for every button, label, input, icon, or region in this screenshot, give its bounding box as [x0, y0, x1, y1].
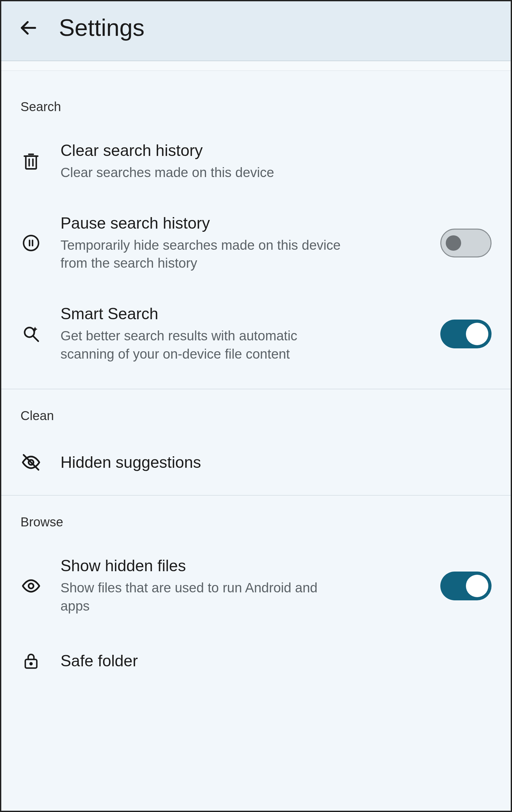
toggle-knob: [466, 323, 488, 345]
toggle-smart-search[interactable]: [440, 320, 491, 348]
row-safe-folder[interactable]: Safe folder: [1, 630, 511, 688]
section-header-search: Search: [1, 90, 511, 130]
row-clear-search-history[interactable]: Clear search history Clear searches made…: [1, 130, 511, 196]
toggle-show-hidden-files[interactable]: [440, 572, 491, 600]
svg-line-10: [33, 336, 38, 341]
section-clean: Clean Hidden suggestions: [1, 389, 511, 496]
row-text: Safe folder: [60, 651, 498, 670]
row-subtitle: Show files that are used to run Android …: [60, 579, 349, 615]
header-bar: Settings: [1, 1, 511, 61]
row-pause-search-history[interactable]: Pause search history Temporarily hide se…: [1, 196, 511, 287]
pause-circle-icon: [19, 231, 43, 255]
row-title: Show hidden files: [60, 556, 423, 575]
toggle-pause-search-history[interactable]: [440, 229, 491, 257]
svg-point-13: [28, 583, 34, 588]
arrow-left-icon: [19, 18, 38, 38]
row-text: Show hidden files Show files that are us…: [60, 556, 423, 615]
back-button[interactable]: [17, 17, 40, 39]
toggle-knob: [466, 575, 488, 597]
row-subtitle: Get better search results with automatic…: [60, 327, 349, 363]
row-text: Hidden suggestions: [60, 453, 498, 472]
row-text: Pause search history Temporarily hide se…: [60, 214, 423, 272]
row-title: Hidden suggestions: [60, 453, 498, 472]
row-subtitle: Temporarily hide searches made on this d…: [60, 236, 349, 272]
section-header-clean: Clean: [1, 399, 511, 439]
row-hidden-suggestions[interactable]: Hidden suggestions: [1, 439, 511, 489]
row-title: Clear search history: [60, 141, 498, 160]
svg-point-15: [30, 663, 32, 665]
row-text: Smart Search Get better search results w…: [60, 304, 423, 363]
eye-icon: [19, 574, 43, 598]
eye-off-icon: [19, 450, 43, 474]
spacer: [1, 61, 511, 71]
page-title: Settings: [59, 14, 144, 41]
row-show-hidden-files[interactable]: Show hidden files Show files that are us…: [1, 545, 511, 630]
row-smart-search[interactable]: Smart Search Get better search results w…: [1, 287, 511, 377]
toggle-knob: [446, 235, 461, 251]
lock-icon: [19, 649, 43, 673]
svg-point-6: [23, 236, 38, 251]
row-title: Safe folder: [60, 651, 498, 670]
row-title: Smart Search: [60, 304, 423, 323]
svg-point-9: [25, 327, 34, 337]
trash-icon: [19, 149, 43, 174]
row-text: Clear search history Clear searches made…: [60, 141, 498, 182]
section-browse: Browse Show hidden files Show files that…: [1, 496, 511, 687]
row-subtitle: Clear searches made on this device: [60, 164, 349, 182]
section-header-browse: Browse: [1, 505, 511, 545]
sparkle-search-icon: [19, 322, 43, 346]
row-title: Pause search history: [60, 214, 423, 232]
svg-rect-1: [26, 156, 36, 169]
section-search: Search Clear search history Clear search…: [1, 71, 511, 389]
